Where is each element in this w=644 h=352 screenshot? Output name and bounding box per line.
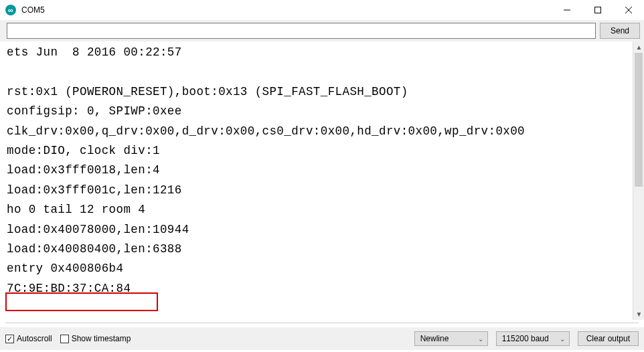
- maximize-icon: [594, 7, 601, 13]
- line-ending-dropdown[interactable]: Newline ⌄: [414, 331, 488, 346]
- output-wrap: ets Jun 8 2016 00:22:57 rst:0x1 (POWERON…: [0, 41, 644, 320]
- minimize-button[interactable]: [552, 0, 582, 20]
- minimize-icon: [564, 7, 570, 13]
- send-bar: Send: [0, 20, 644, 41]
- svg-rect-0: [595, 7, 601, 13]
- baud-value: 115200 baud: [502, 334, 549, 343]
- autoscroll-checkbox[interactable]: ✓ Autoscroll: [5, 334, 52, 343]
- checkbox-icon: ✓: [5, 335, 14, 343]
- timestamp-label: Show timestamp: [72, 334, 131, 343]
- window-controls: [552, 0, 644, 20]
- close-icon: [625, 7, 632, 13]
- chevron-down-icon: ⌄: [478, 335, 483, 343]
- maximize-button[interactable]: [582, 0, 613, 20]
- autoscroll-label: Autoscroll: [17, 334, 52, 343]
- title-bar: COM5: [0, 0, 644, 20]
- arduino-icon: [5, 5, 16, 15]
- scroll-down-icon[interactable]: ▼: [633, 309, 644, 320]
- vertical-scrollbar[interactable]: ▲ ▼: [633, 41, 644, 320]
- baud-dropdown[interactable]: 115200 baud ⌄: [496, 331, 570, 346]
- window-title: COM5: [21, 5, 45, 15]
- serial-input[interactable]: [7, 23, 596, 39]
- line-ending-value: Newline: [420, 334, 449, 343]
- checkbox-icon: [60, 335, 69, 343]
- chevron-down-icon: ⌄: [560, 335, 565, 343]
- serial-output: ets Jun 8 2016 00:22:57 rst:0x1 (POWERON…: [0, 41, 633, 320]
- send-button[interactable]: Send: [600, 23, 640, 39]
- timestamp-checkbox[interactable]: Show timestamp: [60, 334, 131, 343]
- clear-output-button[interactable]: Clear output: [578, 331, 639, 346]
- divider: [5, 323, 639, 323]
- scroll-up-icon[interactable]: ▲: [633, 41, 644, 53]
- close-button[interactable]: [613, 0, 644, 20]
- bottom-bar: ✓ Autoscroll Show timestamp Newline ⌄ 11…: [0, 327, 644, 350]
- scroll-thumb[interactable]: [635, 53, 643, 187]
